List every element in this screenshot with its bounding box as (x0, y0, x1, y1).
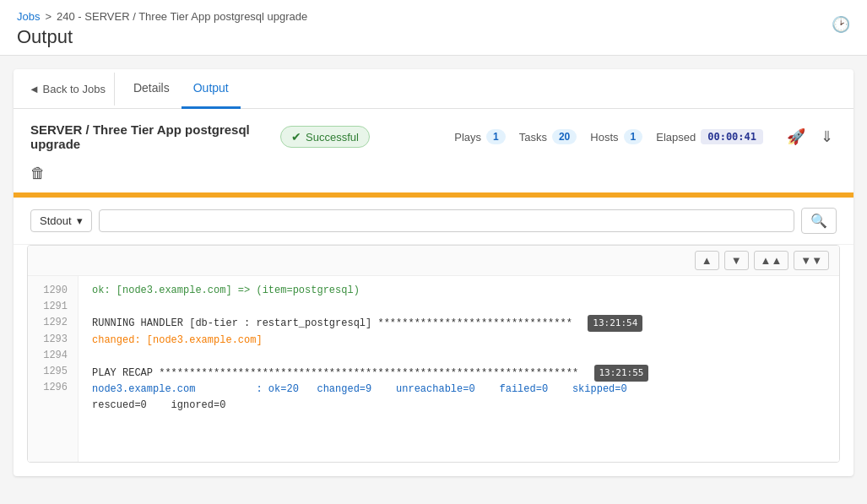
stdout-label: Stdout (40, 214, 72, 227)
download-icon[interactable]: ⇓ (817, 124, 837, 149)
search-button[interactable]: 🔍 (801, 208, 837, 234)
dropdown-arrow-icon: ▾ (77, 214, 83, 227)
stdout-select[interactable]: Stdout ▾ (30, 209, 92, 232)
scroll-up-button[interactable]: ▲ (695, 251, 719, 270)
job-title: SERVER / Three Tier App postgresql upgra… (30, 122, 267, 151)
search-input-wrap (99, 209, 794, 232)
elapsed-stat: Elapsed 00:00:41 (656, 129, 763, 144)
plays-stat: Plays 1 (454, 129, 505, 144)
tabs-bar: ◄ Back to Jobs Details Output (14, 69, 853, 109)
tasks-value: 20 (552, 129, 577, 144)
output-lines: ok: [node3.example.com] => (item=postgre… (79, 276, 839, 462)
output-line (92, 349, 826, 365)
rocket-icon[interactable]: 🚀 (783, 124, 809, 149)
output-area: ▲ ▼ ▲▲ ▼▼ 1290 1291 1292 1293 1294 1295 … (27, 245, 840, 463)
delete-icon[interactable]: 🗑 (30, 165, 46, 182)
output-controls: Stdout ▾ 🔍 (14, 198, 853, 245)
line-num: 1293 (38, 332, 68, 348)
output-line: node3.example.com : ok=20 changed=9 unre… (92, 382, 826, 398)
line-num: 1292 (38, 315, 68, 331)
output-nav: ▲ ▼ ▲▲ ▼▼ (28, 246, 839, 276)
output-line: changed: [node3.example.com] (92, 333, 826, 349)
line-numbers: 1290 1291 1292 1293 1294 1295 1296 (28, 276, 79, 462)
scroll-top-button[interactable]: ▲▲ (754, 251, 789, 270)
plays-value: 1 (486, 129, 506, 144)
delete-row: 🗑 (14, 165, 853, 192)
timestamp-badge: 13:21:54 (588, 315, 642, 332)
output-content[interactable]: 1290 1291 1292 1293 1294 1295 1296 ok: [… (28, 276, 839, 462)
hosts-label: Hosts (590, 131, 618, 144)
output-line: rescued=0 ignored=0 (92, 398, 826, 414)
tab-output[interactable]: Output (182, 69, 241, 109)
breadcrumb-separator: > (45, 10, 51, 23)
elapsed-value: 00:00:41 (701, 129, 763, 144)
action-icons: 🚀 ⇓ (783, 124, 837, 149)
tasks-label: Tasks (519, 131, 547, 144)
line-num: 1294 (38, 348, 68, 364)
scroll-down-button[interactable]: ▼ (724, 251, 749, 270)
stats-group: Plays 1 Tasks 20 Hosts 1 Elapsed 00:00:4… (454, 124, 837, 149)
breadcrumb-job-name: 240 - SERVER / Three Tier App postgresql… (57, 10, 307, 23)
status-badge: ✔ Successful (280, 126, 370, 148)
page-title: Output (17, 26, 73, 47)
breadcrumb: Jobs > 240 - SERVER / Three Tier App pos… (17, 10, 850, 23)
output-line (92, 299, 826, 315)
check-icon: ✔ (291, 130, 301, 144)
scroll-bottom-button[interactable]: ▼▼ (794, 251, 829, 270)
tasks-stat: Tasks 20 (519, 129, 577, 144)
status-label: Successful (306, 131, 359, 144)
back-to-jobs-tab[interactable]: ◄ Back to Jobs (20, 73, 115, 106)
search-input[interactable] (108, 214, 785, 227)
line-num: 1295 (38, 364, 68, 380)
main-card: ◄ Back to Jobs Details Output SERVER / T… (14, 69, 853, 476)
hosts-stat: Hosts 1 (590, 129, 642, 144)
output-line: RUNNING HANDLER [db-tier : restart_postg… (92, 315, 826, 332)
breadcrumb-jobs-link[interactable]: Jobs (17, 10, 40, 23)
output-line: ok: [node3.example.com] => (item=postgre… (92, 283, 826, 299)
timestamp-badge: 13:21:55 (594, 365, 649, 382)
history-icon[interactable]: 🕑 (832, 15, 850, 34)
line-num: 1291 (38, 299, 68, 315)
tab-details[interactable]: Details (122, 69, 182, 109)
plays-label: Plays (454, 131, 481, 144)
job-header: SERVER / Three Tier App postgresql upgra… (14, 109, 853, 165)
output-line: PLAY RECAP *****************************… (92, 365, 826, 382)
hosts-value: 1 (624, 129, 643, 144)
elapsed-label: Elapsed (656, 131, 696, 144)
line-num: 1296 (38, 380, 68, 396)
line-num: 1290 (38, 283, 68, 299)
